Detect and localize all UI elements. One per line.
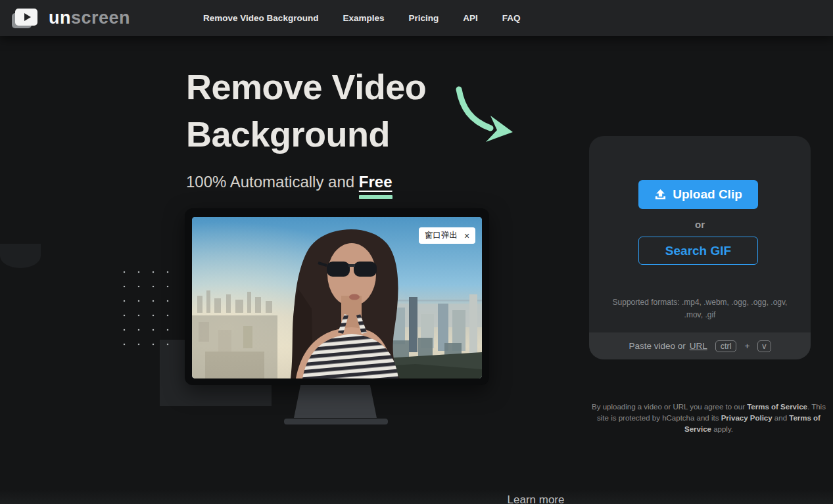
supported-formats-text: Supported formats: .mp4, .webm, .ogg, .o… [604, 296, 796, 321]
or-label: or [589, 219, 811, 230]
monitor: 窗口弹出 × [185, 208, 489, 385]
v-keycap: v [757, 340, 771, 352]
decorative-half-circle [0, 244, 41, 268]
nav-item-faq[interactable]: FAQ [502, 13, 521, 23]
legal-text: By uploading a video or URL you agree to… [585, 401, 832, 435]
monitor-stand-base [284, 419, 388, 424]
nav-item-examples[interactable]: Examples [343, 13, 384, 23]
hero-subtitle: 100% Automatically and Free [186, 173, 393, 191]
decorative-dot-grid [117, 265, 180, 357]
nav-item-pricing[interactable]: Pricing [408, 13, 439, 23]
nav-item-api[interactable]: API [463, 13, 478, 23]
play-icon [24, 13, 31, 21]
popup-close-icon[interactable]: × [464, 231, 469, 241]
upload-clip-button[interactable]: Upload Clip [638, 180, 758, 209]
learn-more-link[interactable]: Learn more [480, 493, 592, 504]
popup-badge-label: 窗口弹出 [425, 230, 458, 241]
privacy-policy-link[interactable]: Privacy Policy [721, 414, 773, 422]
paste-text: Paste video or [629, 341, 685, 351]
navbar: unscreen Remove Video Background Example… [0, 0, 833, 36]
brand-wordmark: unscreen [49, 8, 130, 28]
monitor-stand [294, 385, 377, 418]
url-link[interactable]: URL [690, 341, 707, 351]
curved-arrow-icon [444, 84, 523, 145]
search-gif-button[interactable]: Search GIF [638, 237, 758, 265]
terms-of-service-link[interactable]: Terms of Service [747, 403, 807, 411]
brand-logo[interactable]: unscreen [11, 6, 130, 31]
upload-card: Upload Clip or Search GIF Supported form… [589, 136, 811, 359]
nav-links: Remove Video Background Examples Pricing… [203, 13, 520, 23]
upload-icon [654, 189, 667, 201]
nav-item-remove-video-background[interactable]: Remove Video Background [203, 13, 318, 23]
ctrl-keycap: ctrl [715, 340, 737, 352]
paste-video-bar: Paste video or URL ctrl + v [589, 332, 811, 359]
unscreen-logo-icon [11, 6, 39, 31]
video-preview: 窗口弹出 × [192, 217, 482, 378]
plus-sign: + [744, 341, 750, 351]
page: unscreen Remove Video Background Example… [0, 0, 833, 504]
free-highlight: Free [359, 173, 393, 191]
popup-badge: 窗口弹出 × [419, 227, 475, 244]
bottom-band [0, 490, 833, 504]
